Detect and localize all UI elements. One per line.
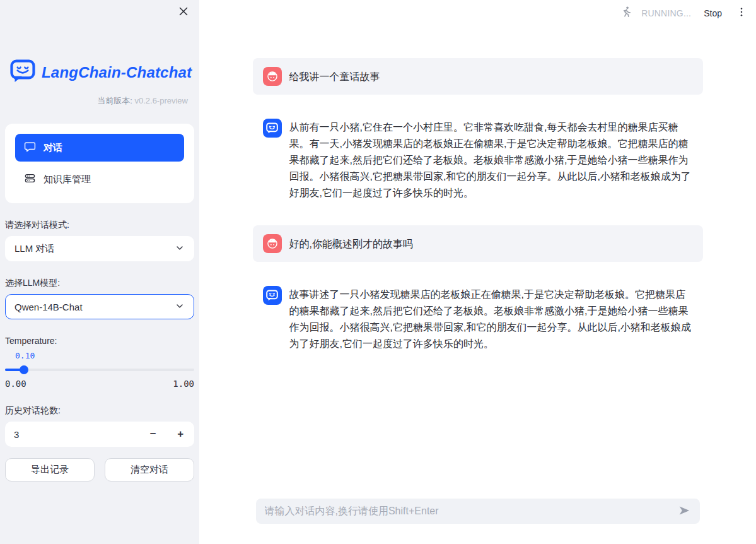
sidebar-close-button[interactable] [177,5,190,19]
minus-icon: − [150,428,156,440]
chat-input[interactable] [265,506,675,517]
sidebar-nav: 对话 知识库管理 [5,124,194,203]
main-area: RUNNING... Stop 给我讲一个童话故事 从前有一只小猪,它住在一个小… [199,0,756,544]
nav-item-dialogue[interactable]: 对话 [15,134,184,162]
dialog-mode-label: 请选择对话模式: [5,220,194,231]
temperature-current-value: 0.10 [5,351,194,361]
assistant-avatar [263,286,282,305]
message-text: 给我讲一个童话故事 [289,68,380,85]
version-value: v0.2.6-preview [134,96,188,105]
app-logo: LangChain-Chatchat [10,59,194,85]
history-rounds-input[interactable] [14,429,139,440]
message-text: 故事讲述了一只小猪发现糖果店的老板娘正在偷糖果,于是它决定帮助老板娘。它把糖果店… [289,286,693,352]
chat-message-user: 好的,你能概述刚才的故事吗 [253,225,703,262]
stop-button[interactable]: Stop [700,6,726,21]
decrement-button[interactable]: − [139,422,167,447]
slider-max: 1.00 [173,379,194,389]
chat-message-user: 给我讲一个童话故事 [253,58,703,95]
send-button[interactable] [675,501,694,522]
plus-icon: + [177,428,183,440]
dialog-mode-value: LLM 对话 [15,243,54,255]
chat-history: 给我讲一个童话故事 从前有一只小猪,它住在一个小村庄里。它非常喜欢吃甜食,每天都… [253,0,703,361]
close-icon [178,6,189,18]
clear-dialogue-button[interactable]: 清空对话 [105,458,194,482]
chat-message-assistant: 从前有一只小猪,它住在一个小村庄里。它非常喜欢吃甜食,每天都会去村里的糖果店买糖… [253,110,703,210]
llm-model-value: Qwen-14B-Chat [15,302,83,312]
llm-model-select[interactable]: Qwen-14B-Chat [5,294,194,319]
send-icon [677,504,691,519]
version-label: 当前版本: [97,96,132,105]
chat-bubble-icon [24,141,36,155]
more-menu-button[interactable] [735,5,748,21]
nav-item-knowledge-base[interactable]: 知识库管理 [15,165,184,193]
sidebar-actions: 导出记录 清空对话 [5,458,194,482]
slider-range: 0.00 1.00 [5,379,194,389]
dialog-mode-select[interactable]: LLM 对话 [5,236,194,261]
app-status-bar: RUNNING... Stop [620,5,748,21]
chat-input-bar [256,499,700,524]
llm-model-label: 选择LLM模型: [5,278,194,289]
assistant-avatar [263,119,282,138]
chevron-down-icon [175,301,185,313]
temperature-slider[interactable] [5,365,194,375]
slider-track[interactable] [5,369,194,371]
sidebar: LangChain-Chatchat 当前版本: v0.2.6-preview … [0,0,199,544]
chat-message-assistant: 故事讲述了一只小猪发现糖果店的老板娘正在偷糖果,于是它决定帮助老板娘。它把糖果店… [253,277,703,361]
user-avatar [263,67,282,86]
export-records-button[interactable]: 导出记录 [5,458,95,482]
logo-chat-bubble-icon [10,59,35,85]
status-text: RUNNING... [641,8,691,18]
nav-item-label: 知识库管理 [44,174,91,186]
version-info: 当前版本: v0.2.6-preview [5,95,188,107]
knowledge-base-icon [24,172,36,186]
history-rounds-stepper: − + [5,422,194,447]
slider-thumb[interactable] [20,365,28,374]
chevron-down-icon [175,243,185,255]
slider-min: 0.00 [5,379,26,389]
nav-item-label: 对话 [44,142,62,154]
app-title: LangChain-Chatchat [42,64,192,81]
increment-button[interactable]: + [167,422,195,447]
app-window: LangChain-Chatchat 当前版本: v0.2.6-preview … [0,0,756,544]
history-rounds-label: 历史对话轮数: [5,405,194,417]
message-text: 从前有一只小猪,它住在一个小村庄里。它非常喜欢吃甜食,每天都会去村里的糖果店买糖… [289,119,693,201]
user-avatar [263,234,282,253]
message-text: 好的,你能概述刚才的故事吗 [289,235,413,252]
temperature-label: Temperature: [5,336,194,346]
running-icon [620,6,632,21]
more-vertical-icon [736,6,747,20]
